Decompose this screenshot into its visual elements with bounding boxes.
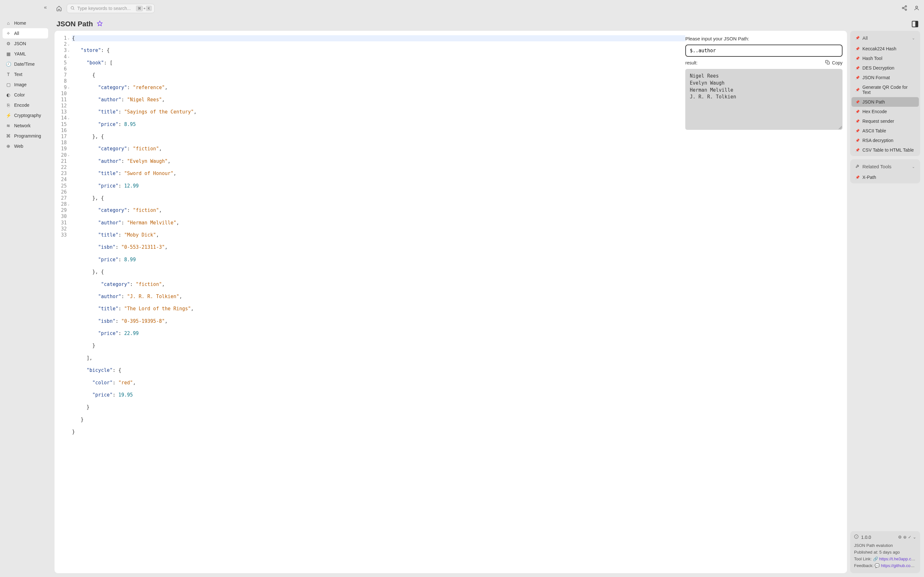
version-label: 1.0.0 — [861, 535, 871, 540]
chevron-down-icon: ⌄ — [912, 164, 915, 169]
tool-item-label: RSA decryption — [863, 138, 893, 143]
sidebar-nav: ⌂Home✧All⚙JSON▦YAML🕘Date/TimeTText▢Image… — [3, 18, 48, 151]
sidebar-item-date-time[interactable]: 🕘Date/Time — [3, 59, 48, 69]
tool-item-label: CSV Table to HTML Table — [863, 147, 914, 153]
sidebar-item-label: Text — [14, 72, 23, 77]
jsonpath-input[interactable] — [685, 45, 843, 57]
sidebar-item-yaml[interactable]: ▦YAML — [3, 49, 48, 59]
svg-point-1 — [905, 5, 907, 7]
tool-item-ascii-table[interactable]: 📌ASCII Table — [851, 126, 919, 135]
tool-item-request-sender[interactable]: 📌Request sender — [851, 116, 919, 126]
sidebar-item-label: Color — [14, 92, 25, 97]
result-header: result: Copy — [685, 60, 843, 66]
info-tool-link: Tool Link: 🔗 https://t.he3app.co… — [854, 556, 916, 561]
sidebar-item-image[interactable]: ▢Image — [3, 79, 48, 90]
yaml-icon: ▦ — [6, 51, 11, 56]
tool-item-csv-table-to-html-table[interactable]: 📌CSV Table to HTML Table — [851, 145, 919, 155]
pin-icon: 📌 — [855, 100, 860, 104]
sidebar-item-label: Cryptography — [14, 113, 41, 118]
tool-item-des-decryption[interactable]: 📌DES Decryption — [851, 63, 919, 73]
plug-icon[interactable]: ⚙ — [898, 535, 902, 540]
tool-item-hex-encode[interactable]: 📌Hex Encode — [851, 107, 919, 116]
svg-point-3 — [905, 9, 907, 11]
all-tools-list: 📌Keccak224 Hash📌Hash Tool📌DES Decryption… — [851, 44, 919, 155]
collapse-sidebar-button[interactable]: « — [44, 5, 47, 10]
pin-icon: 📌 — [855, 47, 860, 51]
info-icon — [854, 534, 859, 540]
tool-item-json-format[interactable]: 📌JSON Format — [851, 73, 919, 82]
sidebar: « ⌂Home✧All⚙JSON▦YAML🕘Date/TimeTText▢Ima… — [0, 0, 51, 577]
search-icon — [70, 6, 75, 11]
sidebar-item-web[interactable]: ⊕Web — [3, 141, 48, 151]
tool-item-label: ASCII Table — [863, 128, 886, 133]
pin-icon: 📌 — [855, 148, 860, 152]
web-icon: ⊕ — [6, 143, 11, 149]
tool-link[interactable]: https://t.he3app.co… — [879, 556, 916, 561]
sidebar-item-encode[interactable]: ⎘Encode — [3, 100, 48, 110]
globe-icon[interactable]: ⊕ — [903, 535, 907, 540]
sidebar-item-cryptography[interactable]: ⚡Cryptography — [3, 110, 48, 121]
result-output[interactable]: Nigel Rees Evelyn Waugh Herman Melville … — [685, 69, 843, 130]
sidebar-item-color[interactable]: ◐Color — [3, 90, 48, 100]
line-gutter: 1⌄2⌄3⌄4⌄5⌄6⌄7⌄8⌄9⌄10⌄11⌄12⌄13⌄14⌄15⌄16⌄1… — [59, 35, 72, 569]
code-lines[interactable]: { "store": { "book": [ { "category": "re… — [72, 35, 685, 569]
encode-icon: ⎘ — [6, 103, 11, 108]
favorite-star-button[interactable] — [97, 21, 103, 28]
tool-item-label: Keccak224 Hash — [863, 46, 897, 51]
sidebar-item-label: Web — [14, 143, 23, 149]
chevron-down-icon[interactable]: ⌄ — [913, 535, 916, 540]
svg-point-4 — [916, 6, 918, 8]
pin-icon: 📌 — [855, 36, 860, 40]
sidebar-item-network[interactable]: ≋Network — [3, 121, 48, 131]
code-editor[interactable]: 1⌄2⌄3⌄4⌄5⌄6⌄7⌄8⌄9⌄10⌄11⌄12⌄13⌄14⌄15⌄16⌄1… — [59, 35, 685, 569]
home-button[interactable] — [55, 5, 63, 12]
share-icon[interactable] — [901, 5, 907, 12]
message-icon: 💬 — [875, 563, 880, 568]
related-tools-panel: Related Tools ⌄ 📌X-Path — [850, 159, 920, 183]
cryptography-icon: ⚡ — [6, 113, 11, 118]
related-tools-list: 📌X-Path — [851, 172, 919, 182]
feedback-link[interactable]: https://github.com/… — [881, 563, 916, 568]
tool-item-hash-tool[interactable]: 📌Hash Tool — [851, 53, 919, 63]
sidebar-item-home[interactable]: ⌂Home — [3, 18, 48, 28]
text-icon: T — [6, 72, 11, 77]
image-icon: ▢ — [6, 82, 11, 87]
chevron-down-icon: ⌄ — [912, 36, 915, 40]
all-tools-header[interactable]: 📌 All ⌄ — [851, 32, 919, 44]
info-description: JSON Path evalution — [854, 543, 916, 548]
user-icon[interactable] — [914, 5, 919, 12]
tool-item-rsa-decryption[interactable]: 📌RSA decryption — [851, 135, 919, 145]
programming-icon: ⌘ — [6, 133, 11, 139]
toggle-right-panel-button[interactable] — [912, 21, 918, 27]
tool-item-label: JSON Path — [863, 99, 885, 105]
sidebar-item-label: Network — [14, 123, 31, 128]
date-time-icon: 🕘 — [6, 61, 11, 67]
related-item-x-path[interactable]: 📌X-Path — [851, 172, 919, 182]
tool-item-json-path[interactable]: 📌JSON Path — [851, 97, 919, 107]
search-input[interactable] — [78, 6, 134, 11]
wrench-icon — [855, 164, 860, 169]
sidebar-item-json[interactable]: ⚙JSON — [3, 39, 48, 49]
pin-icon: 📌 — [855, 56, 860, 61]
tool-item-keccak224-hash[interactable]: 📌Keccak224 Hash — [851, 44, 919, 53]
sidebar-item-text[interactable]: TText — [3, 69, 48, 79]
tool-item-label: Hex Encode — [863, 109, 887, 114]
tool-item-label: Generate QR Code for Text — [863, 85, 915, 95]
all-tools-panel: 📌 All ⌄ 📌Keccak224 Hash📌Hash Tool📌DES De… — [850, 31, 920, 156]
sidebar-item-programming[interactable]: ⌘Programming — [3, 131, 48, 141]
svg-point-2 — [902, 7, 904, 9]
color-icon: ◐ — [6, 92, 11, 97]
tool-item-label: Hash Tool — [863, 56, 882, 61]
home-icon: ⌂ — [6, 21, 11, 26]
pin-icon: 📌 — [855, 119, 860, 123]
info-published: Published at: 5 days ago — [854, 550, 916, 554]
sidebar-item-all[interactable]: ✧All — [3, 28, 48, 39]
copy-result-button[interactable]: Copy — [825, 60, 843, 66]
pin-icon: 📌 — [855, 129, 860, 133]
tool-item-label: X-Path — [863, 175, 876, 180]
tool-item-generate-qr-code-for-text[interactable]: 📌Generate QR Code for Text — [851, 82, 919, 97]
search-box[interactable]: ⌘ + K — [67, 4, 155, 13]
svg-point-0 — [71, 6, 73, 9]
related-tools-header[interactable]: Related Tools ⌄ — [851, 161, 919, 172]
check-icon[interactable]: ✓ — [908, 535, 911, 540]
